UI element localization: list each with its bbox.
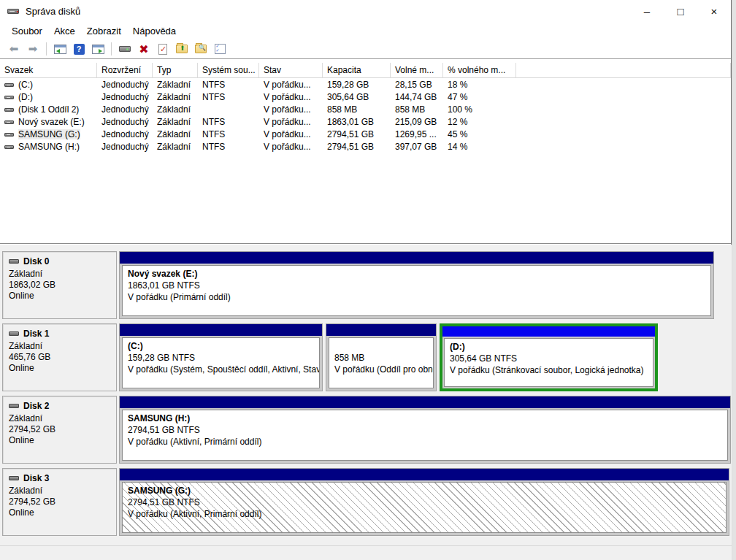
partition-body: SAMSUNG (H:)2794,51 GB NTFSV pořádku (Ak… xyxy=(122,410,728,461)
show-action-pane-icon[interactable] xyxy=(88,41,107,57)
volume-icon xyxy=(4,96,14,99)
desktop-edge xyxy=(732,0,736,560)
partition-body: (C:)159,28 GB NTFSV pořádku (Systém, Spo… xyxy=(122,337,320,388)
partition-label: SAMSUNG (G:) xyxy=(128,485,721,496)
volume-cell: Základní xyxy=(153,129,198,139)
disk-header[interactable]: Disk 0Základní1863,02 GBOnline xyxy=(2,251,117,319)
column-header-6[interactable]: Volné m... xyxy=(391,63,443,77)
partition-body: Nový svazek (E:)1863,01 GB NTFSV pořádku… xyxy=(122,265,711,316)
partition-label: SAMSUNG (H:) xyxy=(128,413,722,424)
volume-name-cell: Nový svazek (E:) xyxy=(0,117,97,127)
menu-item-soubor[interactable]: Soubor xyxy=(6,23,48,39)
disk-row: Disk 0Základní1863,02 GBOnlineNový svaze… xyxy=(2,251,732,319)
column-header-4[interactable]: Stav xyxy=(259,63,323,77)
disk-name: Disk 2 xyxy=(23,401,49,411)
disk-header[interactable]: Disk 2Základní2794,52 GBOnline xyxy=(2,396,117,464)
column-header-2[interactable]: Typ xyxy=(153,63,198,77)
disk-name: Disk 1 xyxy=(23,329,49,339)
partition-block[interactable]: SAMSUNG (G:)2794,51 GB NTFSV pořádku (Ak… xyxy=(119,468,729,536)
menu-item-napoveda[interactable]: Nápověda xyxy=(127,23,182,39)
disk-type: Základní xyxy=(9,341,110,352)
volume-cell: Základní xyxy=(153,80,198,90)
minimize-button[interactable]: – xyxy=(630,0,664,22)
menu-item-zobrazit[interactable]: Zobrazit xyxy=(81,23,127,39)
partition-label xyxy=(334,340,428,352)
partition-block[interactable]: SAMSUNG (H:)2794,51 GB NTFSV pořádku (Ak… xyxy=(119,396,731,464)
partition-size: 2794,51 GB NTFS xyxy=(128,496,721,508)
volume-cell: NTFS xyxy=(198,142,259,152)
partition-block[interactable]: (D:)305,64 GB NTFSV pořádku (Stránkovací… xyxy=(440,323,658,391)
volume-cell: NTFS xyxy=(198,117,259,127)
column-header-7[interactable]: % volného m... xyxy=(443,63,516,77)
partition-label: (C:) xyxy=(128,340,314,352)
partition-label: (D:) xyxy=(450,341,648,353)
volume-cell: Základní xyxy=(153,104,198,115)
volume-cell: 1269,95 ... xyxy=(391,129,443,139)
toolbar: ⬅➡?✖ xyxy=(0,39,731,59)
volume-cell: Základní xyxy=(153,142,198,152)
volume-cell: 47 % xyxy=(443,92,516,102)
mark-active-icon[interactable] xyxy=(153,41,172,57)
forward-icon[interactable]: ➡ xyxy=(23,41,42,57)
volume-cell: V pořádku... xyxy=(259,142,323,152)
pane-divider xyxy=(0,545,732,546)
maximize-button[interactable]: □ xyxy=(664,0,697,22)
partition-block[interactable]: (C:)159,28 GB NTFSV pořádku (Systém, Spo… xyxy=(119,323,323,391)
drive-properties-icon[interactable] xyxy=(115,41,134,57)
partition-size: 159,28 GB NTFS xyxy=(128,352,314,364)
show-console-tree-icon[interactable] xyxy=(50,41,69,57)
volume-cell: 397,07 GB xyxy=(391,142,443,152)
volume-cell: 159,28 GB xyxy=(323,80,391,90)
column-header-3[interactable]: Systém sou... xyxy=(198,63,259,77)
volume-cell: V pořádku... xyxy=(259,104,323,115)
disk-icon xyxy=(9,476,19,480)
disk-size: 2794,52 GB xyxy=(9,496,110,507)
properties-list-icon[interactable] xyxy=(210,41,229,57)
volume-row[interactable]: (C:)JednoduchýZákladníNTFSV pořádku...15… xyxy=(0,78,731,91)
partition-block[interactable]: Nový svazek (E:)1863,01 GB NTFSV pořádku… xyxy=(119,251,714,319)
close-button[interactable]: × xyxy=(697,0,731,22)
disk-icon xyxy=(9,404,19,408)
volume-name-cell: SAMSUNG (H:) xyxy=(0,142,97,152)
volume-row[interactable]: SAMSUNG (G:)JednoduchýZákladníNTFSV pořá… xyxy=(0,128,731,140)
partition-body: SAMSUNG (G:)2794,51 GB NTFSV pořádku (Ak… xyxy=(122,482,727,533)
disk-row: Disk 1Základní465,76 GBOnline(C:)159,28 … xyxy=(2,323,732,391)
volume-cell: 144,74 GB xyxy=(391,92,443,102)
volume-cell: 28,15 GB xyxy=(391,80,443,90)
partition-block[interactable]: 858 MBV pořádku (Oddíl pro obno xyxy=(326,323,437,391)
volume-row[interactable]: Nový svazek (E:)JednoduchýZákladníNTFSV … xyxy=(0,115,731,128)
menu-item-akce[interactable]: Akce xyxy=(48,23,81,39)
volume-cell: 858 MB xyxy=(391,104,443,115)
explore-folder-icon[interactable] xyxy=(191,41,210,57)
disk-header[interactable]: Disk 1Základní465,76 GBOnline xyxy=(2,323,117,391)
volume-cell: Jednoduchý xyxy=(97,142,153,152)
partition-color-bar xyxy=(326,324,436,336)
menu-bar: SouborAkceZobrazitNápověda xyxy=(0,22,731,39)
volume-row[interactable]: (Disk 1 Oddíl 2)JednoduchýZákladníV pořá… xyxy=(0,103,731,115)
back-icon[interactable]: ⬅ xyxy=(4,41,23,57)
volume-cell: 2794,51 GB xyxy=(323,129,391,139)
volume-row[interactable]: (D:)JednoduchýZákladníNTFSV pořádku...30… xyxy=(0,91,731,103)
volume-cell: 100 % xyxy=(443,104,516,115)
volume-cell: V pořádku... xyxy=(259,92,323,102)
partition-color-bar xyxy=(120,396,730,408)
volume-cell: Jednoduchý xyxy=(97,117,153,127)
volume-icon xyxy=(4,145,14,149)
disk-type: Základní xyxy=(9,486,110,496)
help-icon[interactable]: ? xyxy=(69,41,88,57)
column-header-1[interactable]: Rozvržení xyxy=(97,63,153,77)
delete-volume-icon[interactable]: ✖ xyxy=(134,41,153,57)
title-bar: Správa disků – □ × xyxy=(0,0,731,22)
volume-row[interactable]: SAMSUNG (H:)JednoduchýZákladníNTFSV pořá… xyxy=(0,140,731,153)
volume-cell: V pořádku... xyxy=(259,80,323,90)
volume-list-header: SvazekRozvrženíTypSystém sou...StavKapac… xyxy=(0,63,731,78)
column-header-5[interactable]: Kapacita xyxy=(323,63,391,77)
partition-color-bar xyxy=(120,252,713,264)
open-folder-icon[interactable] xyxy=(172,41,191,57)
column-header-0[interactable]: Svazek xyxy=(0,63,97,77)
disk-header[interactable]: Disk 3Základní2794,52 GBOnline xyxy=(2,468,117,536)
volume-cell: NTFS xyxy=(198,129,259,139)
disk-type: Základní xyxy=(9,413,110,424)
disk-row: Disk 3Základní2794,52 GBOnlineSAMSUNG (G… xyxy=(2,468,732,536)
column-header-filler xyxy=(516,63,731,77)
